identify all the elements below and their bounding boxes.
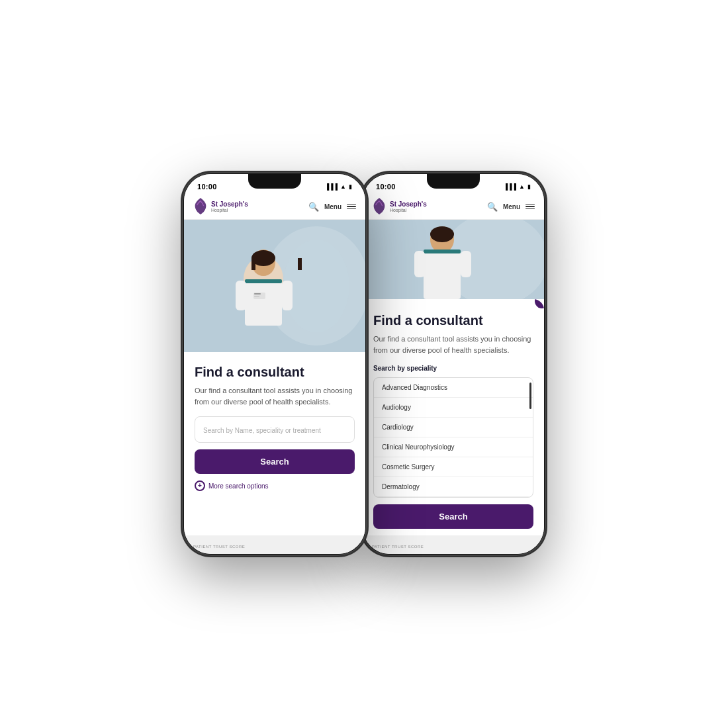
phone2-menu-label[interactable]: Menu [503,203,520,210]
phone2-time: 10:00 [376,183,396,191]
svg-point-2 [283,240,349,332]
phone1-card-title: Find a consultant [195,364,355,380]
list-item[interactable]: Dermatology [374,477,533,497]
phone2-card-title: Find a consultant [373,312,533,328]
phone2-search-icon[interactable]: 🔍 [487,202,498,212]
svg-rect-22 [461,251,471,277]
svg-rect-21 [414,251,425,277]
phone1-trust-score: PATIENT TRUST SCORE [184,535,365,554]
phone1-card: Find a consultant Our find a consultant … [184,352,365,535]
phone1-more-options[interactable]: + More search options [195,480,355,491]
phone1-nav-bar: St Joseph's Hospital 🔍 Menu [184,194,365,220]
phone2-trust-score: PATIENT TRUST SCORE [363,535,544,554]
phone2-logo-text: St Joseph's Hospital [390,201,427,213]
phone2-speciality-list-wrapper: Advanced Diagnostics Audiology Cardiolog… [373,377,533,498]
phone2-speciality-list: Advanced Diagnostics Audiology Cardiolog… [373,377,533,498]
svg-rect-9 [245,279,282,283]
phone1-card-desc: Our find a consultant tool assists you i… [195,385,355,407]
list-item[interactable]: Clinical Neurophysiology [374,437,533,457]
phone1-menu-icon[interactable] [347,204,356,210]
list-item[interactable]: Cardiology [374,418,533,437]
phones-container: 10:00 ▐▐▐ ▲ ▮ St Joseph's H [182,172,546,556]
phone2-card: + Find a consultant Our find a consultan… [363,299,544,535]
phone1-hero [184,220,365,352]
phone1-logo-text: St Joseph's Hospital [211,201,248,213]
signal-icon: ▐▐▐ [325,183,338,190]
phone1-search-button[interactable]: Search [195,449,355,474]
phone2-nav-right: 🔍 Menu [487,202,535,212]
phone2-logo: St Joseph's Hospital [372,198,427,215]
signal-icon: ▐▐▐ [504,183,516,190]
phone1-more-options-text: More search options [208,482,269,490]
list-item[interactable]: Audiology [374,398,533,418]
phone2-search-button[interactable]: Search [373,504,533,529]
battery-icon: ▮ [527,183,531,190]
phone2-menu-icon[interactable] [525,204,535,210]
phone1-nav-right: 🔍 Menu [308,202,356,212]
phone2-speciality-label: Search by speciality [373,365,533,372]
phone1-nurse-illustration [184,220,365,352]
phone2-close-button[interactable]: + [535,299,544,308]
battery-icon: ▮ [349,183,352,190]
svg-rect-19 [424,250,461,299]
svg-rect-14 [254,296,259,296]
svg-rect-20 [424,250,461,253]
scroll-indicator [529,383,531,409]
phone1-trust-score-text: PATIENT TRUST SCORE [193,545,245,549]
phone2-card-desc: Our find a consultant tool assists you i… [373,334,533,355]
phone2-nav-bar: St Joseph's Hospital 🔍 Menu [363,194,544,220]
svg-rect-11 [282,281,293,310]
svg-rect-13 [254,293,261,295]
phone1-time: 10:00 [197,183,217,191]
phone2-logo-icon [372,198,387,215]
phone2-status-icons: ▐▐▐ ▲ ▮ [504,183,531,190]
phone1-search-input-wrapper[interactable]: Search by Name, speciality or treatment [195,416,355,443]
list-item[interactable]: Advanced Diagnostics [374,378,533,398]
phone1-notch [248,174,301,189]
svg-rect-8 [245,279,282,326]
phone1-search-placeholder: Search by Name, speciality or treatment [203,427,321,434]
phone2-notch [427,174,480,189]
svg-rect-7 [298,258,302,270]
wifi-icon: ▲ [340,183,346,190]
phone2-speciality-section: Search by speciality Advanced Diagnostic… [373,365,533,498]
phone2-trust-score-text: PATIENT TRUST SCORE [372,545,424,549]
phone-1: 10:00 ▐▐▐ ▲ ▮ St Joseph's H [182,172,367,556]
svg-rect-10 [236,281,246,310]
svg-rect-6 [251,258,255,270]
wifi-icon: ▲ [519,183,525,190]
phone2-hero [363,220,544,299]
svg-point-18 [430,226,454,242]
phone2-hero-illustration [363,220,544,299]
phone-2: 10:00 ▐▐▐ ▲ ▮ St Joseph's Hospital [361,172,546,556]
phone1-status-icons: ▐▐▐ ▲ ▮ [325,183,352,190]
list-item[interactable]: Cosmetic Surgery [374,457,533,477]
phone1-logo-icon [193,198,208,215]
phone1-logo: St Joseph's Hospital [193,198,248,215]
phone1-more-options-icon: + [195,480,205,491]
phone1-search-icon[interactable]: 🔍 [308,202,319,212]
phone1-menu-label[interactable]: Menu [324,203,341,210]
